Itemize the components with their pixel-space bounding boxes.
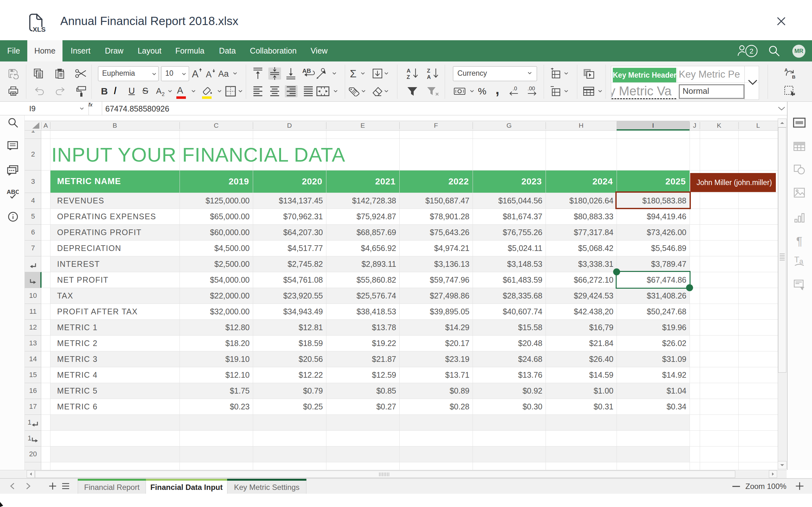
svg-text:A: A [206,70,212,79]
svg-text:.0: .0 [513,86,517,92]
svg-text:Z: Z [427,68,430,74]
svg-text:B: B [792,74,796,79]
svg-text:2: 2 [162,92,165,97]
svg-text:Σ: Σ [350,68,357,79]
svg-text:A: A [156,86,162,96]
svg-text:T: T [794,256,799,264]
svg-text:Aa: Aa [218,69,229,78]
svg-text:.00: .00 [527,86,535,92]
svg-text:A: A [177,85,183,95]
svg-text:2: 2 [750,47,753,55]
svg-text:XLS: XLS [33,26,46,32]
svg-text:A: A [784,68,788,72]
svg-text:AB: AB [302,68,311,74]
svg-text:A: A [427,74,431,79]
svg-text:A: A [192,68,199,79]
svg-text:ABC: ABC [7,189,19,195]
svg-text:Z: Z [407,74,410,79]
svg-text:A: A [407,68,410,74]
